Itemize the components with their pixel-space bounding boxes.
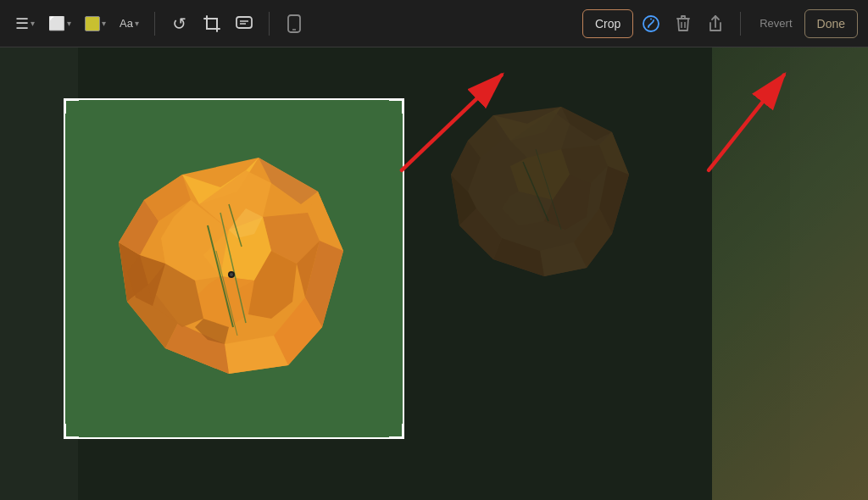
rotate-button[interactable]: ↻ xyxy=(165,9,194,38)
divider-3 xyxy=(740,12,741,36)
color-group: ▾ xyxy=(80,9,111,38)
crop-button[interactable]: Crop xyxy=(582,9,633,38)
done-label: Done xyxy=(817,17,845,31)
font-button[interactable]: Aa ▾ xyxy=(114,9,144,38)
crop-handle-tl[interactable] xyxy=(64,98,79,114)
color-chevron-icon: ▾ xyxy=(102,19,106,28)
crop-box[interactable] xyxy=(64,98,404,439)
markup-button[interactable] xyxy=(637,9,665,38)
trash-icon xyxy=(675,14,692,33)
shape-icon: ⬜ xyxy=(48,15,65,31)
menu-button[interactable]: ☰ ▾ xyxy=(10,9,40,38)
svg-point-6 xyxy=(650,18,652,19)
crop-handle-tr[interactable] xyxy=(389,98,404,114)
delete-button[interactable] xyxy=(669,9,698,38)
crop-tool-icon xyxy=(203,14,221,33)
comment-button[interactable] xyxy=(230,9,259,38)
color-button[interactable]: ▾ xyxy=(80,9,111,38)
color-swatch-icon xyxy=(85,16,100,31)
menu-icon: ☰ xyxy=(15,14,29,33)
comment-icon xyxy=(235,14,253,33)
revert-label: Revert xyxy=(760,17,792,30)
overlay-top xyxy=(0,47,868,98)
device-icon xyxy=(286,14,303,33)
divider-2 xyxy=(269,12,270,36)
share-button[interactable] xyxy=(701,9,730,38)
canvas-area xyxy=(0,47,868,500)
crop-label: Crop xyxy=(595,17,620,31)
markup-icon xyxy=(642,14,660,33)
divider-1 xyxy=(154,12,155,36)
font-group: Aa ▾ xyxy=(114,9,144,38)
svg-rect-0 xyxy=(236,17,252,28)
overlay-right xyxy=(404,98,868,439)
rotate-icon: ↻ xyxy=(172,14,186,34)
share-icon xyxy=(707,14,724,33)
font-chevron-icon: ▾ xyxy=(135,19,139,28)
crop-handle-bl[interactable] xyxy=(64,424,79,439)
menu-chevron-icon: ▾ xyxy=(31,19,35,28)
shape-group: ⬜ ▾ xyxy=(43,9,76,38)
overlay-bottom xyxy=(0,439,868,500)
toolbar: ☰ ▾ ⬜ ▾ ▾ Aa ▾ ↻ xyxy=(0,0,868,47)
menu-group: ☰ ▾ xyxy=(10,9,40,38)
overlay-left xyxy=(0,98,64,439)
done-button[interactable]: Done xyxy=(804,9,858,38)
shape-chevron-icon: ▾ xyxy=(67,19,71,28)
device-button[interactable] xyxy=(280,9,309,38)
revert-button[interactable]: Revert xyxy=(751,9,800,38)
shape-button[interactable]: ⬜ ▾ xyxy=(43,9,76,38)
crop-tool-button[interactable] xyxy=(198,9,226,38)
crop-handle-br[interactable] xyxy=(389,424,404,439)
font-label: Aa xyxy=(120,17,133,30)
